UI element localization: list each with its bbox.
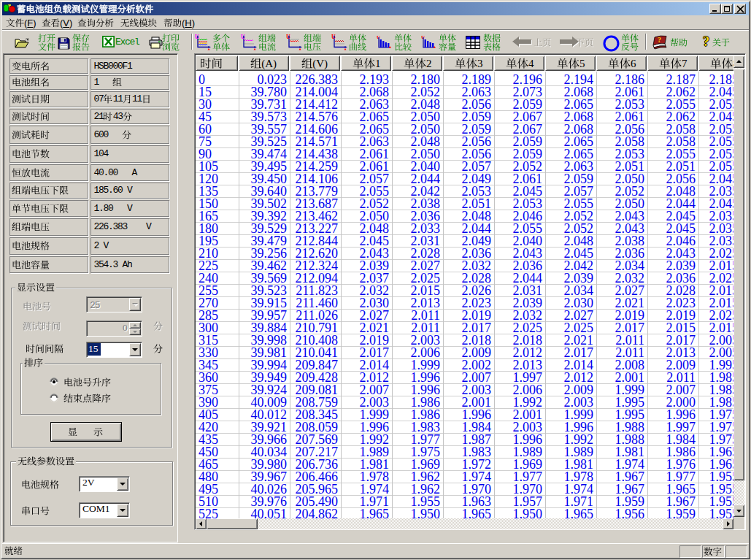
svg-text:U: U [241,34,245,40]
svg-text:U: U [331,34,336,40]
svg-text:U: U [195,34,199,40]
svg-text:?: ? [658,36,661,44]
